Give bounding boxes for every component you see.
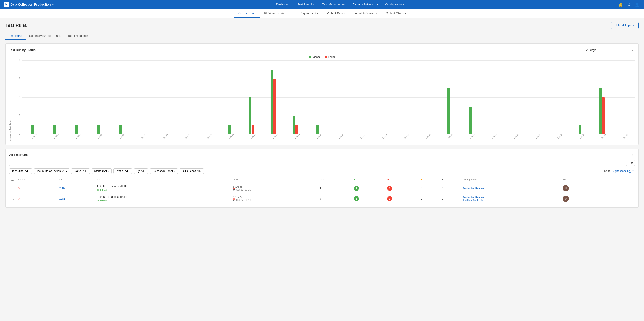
nav-test-management[interactable]: Test Management: [322, 2, 345, 7]
top-nav-actions: 🔔 ⚙ 👤: [618, 1, 640, 8]
run-id-link[interactable]: 2582: [59, 187, 66, 190]
filter-test-suite[interactable]: Test Suite: All ▾: [9, 168, 32, 174]
y-axis-label: Number of Test Runs: [9, 60, 12, 141]
second-nav: ⊙ Test Runs ⊞ Visual Testing ☰ Requireme…: [0, 9, 644, 18]
bar-passed[interactable]: [292, 116, 295, 135]
bar-group: [109, 60, 131, 134]
passed-badge: 2: [354, 196, 359, 201]
th-by: By: [561, 176, 600, 183]
period-select[interactable]: 28 days 14 days 7 days: [584, 47, 628, 53]
select-all-checkbox[interactable]: [11, 178, 14, 181]
filter-build-label[interactable]: Build Label: All ▾: [180, 168, 204, 174]
bar-failed[interactable]: [602, 97, 605, 134]
bar-group: [22, 60, 43, 134]
tab-test-objects[interactable]: ⊙ Test Objects: [381, 9, 410, 17]
sub-tab-summary[interactable]: Summary by Test Result: [26, 32, 64, 40]
sort-label: Sort:: [604, 169, 610, 173]
upload-reports-button[interactable]: Upload Reports: [611, 22, 638, 29]
table-row: ✕ 2582 Both Build Label and URL ⊙ defaul…: [9, 183, 635, 194]
main-content: Test Runs Upload Reports Test Runs Summa…: [0, 18, 644, 212]
table-expand-button[interactable]: ⤢: [630, 152, 635, 157]
settings-button[interactable]: ⚙: [626, 1, 632, 8]
brand-icon: K: [4, 2, 9, 7]
bar-passed[interactable]: [469, 107, 472, 134]
tab-visual-testing-label: Visual Testing: [268, 11, 286, 15]
row-id-cell: 2581: [58, 194, 95, 204]
filter-test-suite-collection[interactable]: Test Suite Collection: All ▾: [34, 168, 70, 174]
row-checkbox[interactable]: [11, 197, 14, 200]
tab-test-cases[interactable]: ✓ Test Cases: [322, 9, 350, 17]
bar-chart: Number of Test Runs 86420 Oct 01Oct 02Oc…: [9, 60, 635, 141]
visual-testing-icon: ⊞: [264, 11, 267, 15]
bar-passed[interactable]: [578, 125, 581, 134]
bar-passed[interactable]: [31, 125, 34, 134]
row-time-cell: ⏱ 1m 2s 📅 Oct 27, 20:16: [230, 194, 318, 204]
page-header: Test Runs Upload Reports: [6, 22, 638, 29]
bar-passed[interactable]: [448, 88, 450, 134]
legend-passed-dot: [308, 56, 311, 58]
th-total: Total: [318, 176, 352, 183]
config-link-2[interactable]: TestOps Build Label: [463, 199, 559, 201]
chevron-down-icon: ▾: [128, 170, 130, 172]
filter-started[interactable]: Started: All ▾: [92, 168, 112, 174]
bar-group: [306, 60, 328, 134]
nav-test-planning[interactable]: Test Planning: [298, 2, 315, 7]
row-total-cell: 3: [318, 194, 352, 204]
row-by-cell: U: [561, 183, 600, 194]
bar-passed[interactable]: [75, 125, 78, 134]
tab-visual-testing[interactable]: ⊞ Visual Testing: [260, 9, 291, 17]
sort-select[interactable]: ID (Descending) ID (Ascending) Name (A-Z…: [611, 169, 635, 173]
row-checkbox-cell: [9, 183, 16, 194]
filter-profile[interactable]: Profile: All ▾: [114, 168, 132, 174]
suite-label: default: [100, 189, 107, 192]
bars-area: [22, 60, 635, 134]
chart-expand-button[interactable]: ⤢: [630, 48, 635, 52]
chart-legend: Passed Failed: [9, 55, 635, 59]
nav-configurations[interactable]: Configurations: [385, 2, 404, 7]
duration: ⏱ 1m 3s: [232, 185, 316, 188]
sort-control: Sort: ID (Descending) ID (Ascending) Nam…: [604, 169, 635, 173]
row-config-cell: September Release: [461, 183, 561, 194]
bar-group: [460, 60, 481, 134]
web-services-icon: ☁: [354, 11, 357, 15]
bar-passed[interactable]: [249, 97, 252, 134]
sub-tab-test-runs[interactable]: Test Runs: [6, 32, 26, 40]
copy-button[interactable]: ⧉: [629, 160, 635, 166]
nav-dashboard[interactable]: Dashboard: [276, 2, 290, 7]
test-objects-icon: ⊙: [386, 11, 388, 15]
brand[interactable]: K Data Collection Production ▾: [4, 2, 54, 7]
th-warning: ●: [419, 176, 440, 183]
sub-tab-run-frequency[interactable]: Run Frequency: [64, 32, 92, 40]
search-input[interactable]: [9, 160, 627, 166]
top-nav-links: Dashboard Test Planning Test Management …: [63, 2, 618, 7]
nav-reports-analytics[interactable]: Reports & Analytics: [353, 2, 378, 7]
filter-release-build[interactable]: Release/Build: All ▾: [150, 168, 178, 174]
legend-passed: Passed: [308, 55, 321, 59]
bar-passed[interactable]: [119, 125, 122, 134]
tab-web-services[interactable]: ☁ Web Services: [350, 9, 381, 17]
filter-by[interactable]: By: All ▾: [134, 168, 148, 174]
bar-group: [66, 60, 87, 134]
bar-group: [262, 60, 284, 134]
user-avatar-button[interactable]: 👤: [634, 1, 640, 8]
config-link-1[interactable]: September Release: [463, 187, 559, 190]
chevron-down-icon: ▾: [28, 170, 30, 172]
notifications-button[interactable]: 🔔: [618, 1, 624, 8]
bar-passed[interactable]: [599, 88, 602, 134]
tab-test-cases-label: Test Cases: [331, 11, 345, 15]
config-link-1[interactable]: September Release: [463, 196, 559, 199]
tab-requirements[interactable]: ☰ Requirements: [291, 9, 322, 17]
bar-passed[interactable]: [270, 70, 273, 134]
row-checkbox[interactable]: [11, 187, 14, 189]
bar-group: [416, 60, 438, 134]
row-name-cell: Both Build Label and URL ⊙ default: [95, 183, 230, 194]
bar-failed[interactable]: [274, 79, 276, 135]
clock-icon: ⏱: [232, 196, 235, 198]
filter-status[interactable]: Status: All ▾: [71, 168, 90, 174]
more-actions-button[interactable]: ⋮: [601, 196, 607, 201]
bar-group: [503, 60, 525, 134]
more-actions-button[interactable]: ⋮: [601, 186, 607, 191]
tab-test-runs[interactable]: ⊙ Test Runs: [234, 9, 260, 17]
time-block: ⏱ 1m 2s 📅 Oct 27, 20:16: [232, 196, 316, 201]
run-id-link[interactable]: 2581: [59, 197, 66, 200]
